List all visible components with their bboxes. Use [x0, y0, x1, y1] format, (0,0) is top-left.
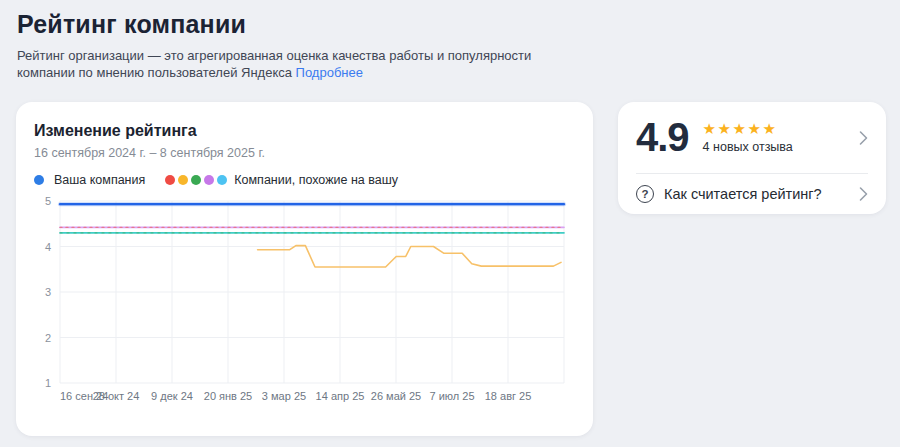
x-tick-label: 9 дек 24	[151, 390, 193, 402]
rating-details: ★★★★★ 4 новых отзыва	[703, 121, 793, 154]
y-tick-label: 5	[45, 195, 51, 207]
page-header: Рейтинг компании Рейтинг организации — э…	[0, 0, 900, 81]
stars-icon: ★★★★★	[703, 121, 793, 137]
legend-your-company-label: Ваша компания	[54, 173, 145, 187]
y-tick-label: 2	[45, 332, 51, 344]
rating-summary-card: 4.9 ★★★★★ 4 новых отзыва ? Как считается…	[618, 102, 886, 214]
page-subtitle-text: Рейтинг организации — это агрегированная…	[17, 48, 531, 80]
your-company-dot-icon	[34, 175, 44, 185]
how-rating-label: Как считается рейтинг?	[664, 186, 822, 202]
rating-score: 4.9	[636, 115, 689, 160]
y-tick-label: 1	[45, 377, 51, 389]
x-tick-label: 26 май 25	[371, 390, 421, 402]
x-tick-label: 3 мар 25	[262, 390, 306, 402]
x-tick-label: 28 окт 24	[93, 390, 140, 402]
similar-companies-dots	[165, 175, 227, 185]
page-subtitle: Рейтинг организации — это агрегированная…	[17, 48, 592, 81]
y-tick-label: 4	[45, 241, 51, 253]
how-rating-row[interactable]: ? Как считается рейтинг?	[636, 174, 868, 214]
rating-chart-card: Изменение рейтинга 16 сентября 2024 г. –…	[16, 102, 593, 436]
chart-date-range: 16 сентября 2024 г. – 8 сентября 2025 г.	[34, 146, 576, 160]
legend-dot	[204, 175, 214, 185]
page-title: Рейтинг компании	[17, 10, 883, 39]
x-tick-label: 14 апр 25	[316, 390, 365, 402]
chart-area: 5432116 сен 2428 окт 249 дек 2420 янв 25…	[34, 192, 576, 424]
rating-page: Рейтинг компании Рейтинг организации — э…	[0, 0, 900, 447]
legend-similar-label: Компании, похожие на вашу	[234, 173, 398, 187]
more-link[interactable]: Подробнее	[296, 65, 363, 80]
x-tick-label: 20 янв 25	[204, 390, 252, 402]
legend-dot	[191, 175, 201, 185]
legend-dot	[165, 175, 175, 185]
x-tick-label: 7 июл 25	[429, 390, 474, 402]
chevron-right-icon	[859, 130, 868, 146]
legend-your-company: Ваша компания	[34, 173, 145, 187]
legend-dot	[217, 175, 227, 185]
chart-legend: Ваша компания Компании, похожие на вашу	[34, 173, 576, 187]
question-mark-icon: ?	[636, 185, 654, 203]
rating-summary-row[interactable]: 4.9 ★★★★★ 4 новых отзыва	[636, 102, 868, 173]
cards-row: Изменение рейтинга 16 сентября 2024 г. –…	[0, 102, 900, 436]
chevron-right-icon	[859, 186, 868, 202]
y-tick-label: 3	[45, 286, 51, 298]
legend-similar-companies: Компании, похожие на вашу	[165, 173, 398, 187]
chart-title: Изменение рейтинга	[34, 122, 576, 140]
legend-dot	[178, 175, 188, 185]
new-reviews-label: 4 новых отзыва	[703, 140, 793, 154]
x-tick-label: 18 авг 25	[485, 390, 532, 402]
series-competitor-yellow	[258, 246, 561, 267]
rating-line-chart: 5432116 сен 2428 окт 249 дек 2420 янв 25…	[34, 192, 574, 420]
